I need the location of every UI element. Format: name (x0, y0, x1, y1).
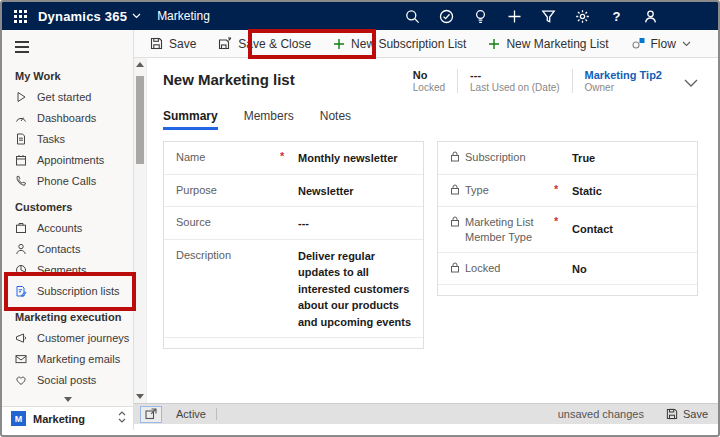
app-window: Dynamics 365 Marketing ? (0, 0, 720, 437)
area-label: Marketing (33, 413, 117, 425)
lock-icon (450, 262, 460, 277)
save-and-close-button[interactable]: Save & Close (218, 37, 311, 51)
pie-chart-icon (15, 264, 27, 276)
sidebar-item-tasks[interactable]: Tasks (2, 128, 133, 149)
list-settings-section-card: Subscription True Type * (437, 141, 698, 296)
calendar-icon (15, 154, 27, 166)
required-asterisk: * (554, 183, 566, 195)
lock-icon (450, 216, 460, 245)
field-row-locked: Locked No (438, 253, 697, 286)
topbar-icon-group: ? (405, 9, 658, 24)
sitemap-nav: My Work Get started Dashboards Tasks App… (2, 60, 133, 406)
settings-gear-icon[interactable] (575, 9, 590, 24)
new-marketing-list-button[interactable]: New Marketing List (488, 37, 608, 51)
form-tabs: Summary Members Notes (163, 109, 698, 130)
record-form: New Marketing list No Locked --- Last Us… (147, 58, 718, 403)
statusbar-save-button[interactable]: Save (666, 408, 708, 420)
required-asterisk: * (554, 215, 566, 227)
scroll-up-icon[interactable] (136, 62, 144, 67)
record-status: Active (176, 408, 206, 420)
sitemap-hamburger-icon[interactable] (2, 30, 133, 60)
purpose-field-value[interactable]: Newsletter (292, 183, 413, 200)
list-edit-icon (15, 285, 27, 297)
play-icon (15, 91, 27, 103)
header-expand-chevron-icon[interactable] (684, 70, 698, 92)
scroll-down-icon[interactable] (136, 394, 144, 399)
sidebar-item-marketing-emails[interactable]: Marketing emails (2, 348, 133, 369)
field-row-description: Description Deliver regular updates to a… (164, 240, 423, 339)
brand-title[interactable]: Dynamics 365 (38, 9, 127, 24)
plus-icon (488, 38, 500, 50)
source-field-value[interactable]: --- (292, 215, 413, 232)
section-title-my-work: My Work (2, 60, 133, 86)
field-row-subscription: Subscription True (438, 142, 697, 175)
sitemap-sidebar: My Work Get started Dashboards Tasks App… (2, 30, 134, 430)
lock-icon (450, 184, 460, 199)
sitemap-scroll-down-icon[interactable] (64, 397, 72, 402)
sidebar-item-phone-calls[interactable]: Phone Calls (2, 170, 133, 191)
scrollbar-thumb[interactable] (136, 76, 144, 164)
sidebar-item-segments[interactable]: Segments (2, 259, 133, 280)
section-title-marketing-execution: Marketing execution (2, 301, 133, 327)
sidebar-item-appointments[interactable]: Appointments (2, 149, 133, 170)
field-row-source: Source --- (164, 207, 423, 240)
waffle-menu-icon[interactable] (14, 10, 27, 23)
area-tile-initial: M (11, 411, 26, 426)
status-bar: Active unsaved changes Save (134, 403, 718, 424)
megaphone-icon (15, 332, 27, 344)
section-title-customers: Customers (2, 191, 133, 217)
page-title: New Marketing list (163, 69, 401, 88)
name-field-value[interactable]: Monthly newsletter (292, 150, 413, 167)
brand-chevron-down-icon[interactable] (132, 13, 141, 19)
phone-icon (15, 175, 27, 187)
flow-icon (631, 37, 645, 50)
sidebar-item-accounts[interactable]: Accounts (2, 217, 133, 238)
area-switch-chevrons-icon[interactable] (117, 410, 127, 428)
flow-button[interactable]: Flow (631, 37, 691, 51)
locked-field-value: No (566, 261, 687, 278)
plus-icon (333, 38, 345, 50)
sidebar-item-customer-journeys[interactable]: Customer journeys (2, 327, 133, 348)
add-icon[interactable] (507, 9, 522, 24)
help-icon[interactable]: ? (609, 9, 624, 24)
tab-members[interactable]: Members (244, 109, 294, 130)
header-field-last-used: --- Last Used on (Date) (457, 69, 572, 93)
sidebar-item-get-started[interactable]: Get started (2, 86, 133, 107)
popout-icon (145, 408, 157, 420)
sidebar-item-subscription-lists[interactable]: Subscription lists (2, 280, 133, 301)
general-section-card: Name * Monthly newsletter Purpose Newsle… (163, 141, 424, 349)
tab-notes[interactable]: Notes (320, 109, 351, 130)
unsaved-changes-label: unsaved changes (558, 408, 644, 420)
person-icon (15, 243, 27, 255)
advisor-check-icon[interactable] (439, 9, 454, 24)
description-field-value[interactable]: Deliver regular updates to all intereste… (292, 248, 413, 331)
member-type-field-value: Contact (566, 215, 687, 238)
save-floppy-icon (150, 37, 163, 50)
filter-icon[interactable] (541, 9, 556, 24)
save-button[interactable]: Save (150, 37, 196, 51)
subscription-field-value: True (566, 150, 687, 167)
area-switcher[interactable]: M Marketing (2, 406, 133, 430)
sidebar-item-dashboards[interactable]: Dashboards (2, 107, 133, 128)
tab-summary[interactable]: Summary (163, 109, 218, 130)
header-field-owner: Marketing Tip2 Owner (572, 69, 674, 93)
search-icon[interactable] (405, 9, 420, 24)
main-panel: Save Save & Close New Subscription List … (134, 30, 718, 430)
header-field-locked: No Locked (401, 69, 457, 93)
process-flyout-button[interactable] (140, 406, 162, 423)
gauge-icon (15, 112, 27, 124)
account-person-icon[interactable] (643, 9, 658, 24)
briefcase-icon (15, 222, 27, 234)
lock-icon (450, 151, 460, 166)
sidebar-item-contacts[interactable]: Contacts (2, 238, 133, 259)
lightbulb-icon[interactable] (473, 9, 488, 24)
page-icon (15, 133, 27, 145)
app-name[interactable]: Marketing (157, 9, 210, 23)
owner-link[interactable]: Marketing Tip2 (585, 69, 662, 81)
form-scrollbar[interactable] (134, 58, 147, 403)
new-subscription-list-button[interactable]: New Subscription List (333, 37, 466, 51)
save-floppy-icon (666, 408, 678, 420)
field-row-member-type: Marketing List Member Type * Contact (438, 207, 697, 253)
status-divider (216, 408, 217, 420)
sidebar-item-social-posts[interactable]: Social posts (2, 369, 133, 390)
